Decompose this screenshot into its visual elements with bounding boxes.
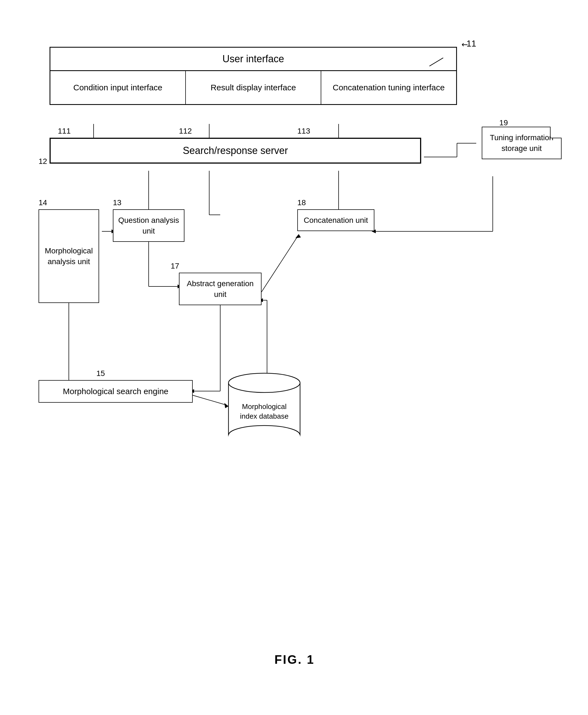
ref-15-label: 15 <box>96 369 105 378</box>
condition-input-interface: Condition input interface <box>50 71 186 104</box>
figure-label: FIG. 1 <box>274 653 315 667</box>
abstract-generation-unit: Abstract generation unit <box>179 273 261 305</box>
concatenation-tuning-interface: Concatenation tuning interface <box>321 71 456 104</box>
tuning-information-storage: Tuning information storage unit <box>482 127 562 159</box>
label-113: 113 <box>297 127 310 136</box>
morphological-search-engine: Morphological search engine <box>39 380 193 403</box>
svg-line-29 <box>261 237 297 292</box>
ref-18-label: 18 <box>297 198 306 207</box>
question-analysis-unit: Question analysis unit <box>113 209 185 242</box>
morphological-index-database: Morphological index database <box>226 369 303 441</box>
ref-13-label: 13 <box>113 198 121 207</box>
ref-19-label: 19 <box>499 118 508 127</box>
search-response-server: Search/response server <box>49 138 421 164</box>
ref-14-label: 14 <box>39 198 47 207</box>
user-interface-title: User interface <box>50 48 456 71</box>
svg-rect-37 <box>229 435 300 441</box>
ref-17-label: 17 <box>171 262 179 270</box>
morphological-analysis-unit: Morphological analysis unit <box>39 209 99 303</box>
concatenation-unit: Concatenation unit <box>297 209 374 231</box>
svg-line-27 <box>193 395 226 405</box>
user-interface-box: User interface Condition input interface… <box>49 47 457 105</box>
ref-12-label: 12 <box>39 157 47 166</box>
svg-marker-30 <box>295 234 301 238</box>
label-112: 112 <box>179 127 192 136</box>
user-interface-inner: Condition input interface Result display… <box>50 71 456 104</box>
result-display-interface: Result display interface <box>186 71 321 104</box>
svg-point-35 <box>229 373 300 392</box>
svg-text:Morphological: Morphological <box>242 402 287 411</box>
svg-text:index database: index database <box>240 412 289 420</box>
label-111: 111 <box>58 127 71 136</box>
